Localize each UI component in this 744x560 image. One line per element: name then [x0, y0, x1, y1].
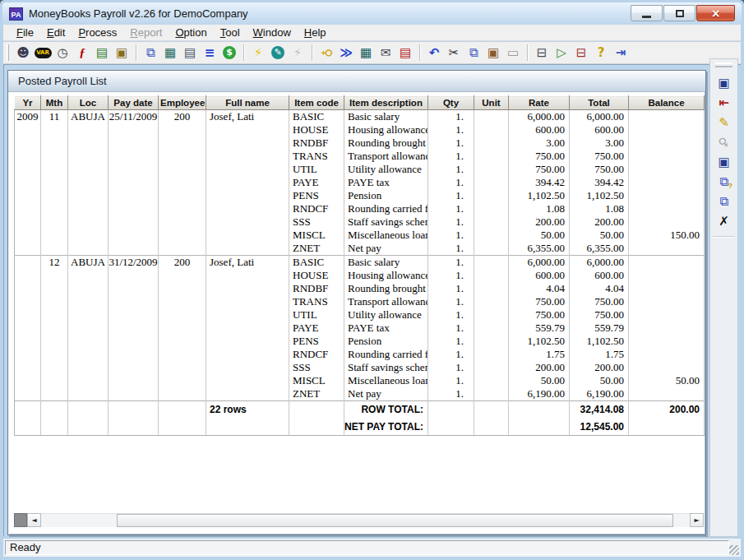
column-header-unit[interactable]: Unit — [474, 96, 509, 110]
mdi-workspace: Posted Payroll List YrMthLocPay dateEmpl… — [3, 64, 741, 536]
menu-report[interactable]: Report — [123, 25, 169, 40]
toolbar-separator — [136, 44, 136, 61]
payroll-row[interactable]: ZNETNet pay1.6,355.006,355.00 — [15, 242, 705, 256]
save-icon[interactable]: ▣ — [713, 153, 735, 172]
payroll-row[interactable]: PAYEPAYE tax1.394.42394.42 — [15, 176, 705, 189]
horizontal-scrollbar[interactable]: ◄ ► — [14, 513, 704, 527]
maximize-button[interactable] — [663, 5, 695, 21]
close-button[interactable]: × — [696, 5, 735, 21]
payroll-row[interactable]: MISCLMiscellaneous loan1.50.0050.0050.00 — [15, 374, 705, 387]
payroll-row[interactable]: UTILUtility allowance1.750.00750.00 — [15, 163, 705, 176]
column-header-balance[interactable]: Balance — [629, 96, 705, 110]
archive-icon[interactable]: ▣ — [112, 43, 132, 62]
minimize-button[interactable] — [631, 5, 663, 21]
exit-icon[interactable]: ⇥ — [611, 43, 631, 62]
column-header-loc[interactable]: Loc — [68, 96, 109, 110]
column-header-rate[interactable]: Rate — [509, 96, 570, 110]
payroll-row[interactable]: ZNETNet pay1.6,190.006,190.00 — [15, 387, 705, 401]
payroll-row[interactable]: 12ABUJA31/12/2009200Josef, LatiBASICBasi… — [15, 256, 705, 270]
column-header-item-code[interactable]: Item code — [289, 96, 344, 110]
resize-grip-icon[interactable] — [729, 545, 739, 555]
payroll-row[interactable]: HOUSEHousing allowance1.600.00600.00 — [15, 269, 705, 282]
doc-help-icon[interactable]: ⧉? — [713, 173, 735, 192]
key-icon[interactable]: ♀ — [317, 43, 336, 62]
paste-icon[interactable]: ▣ — [483, 43, 503, 62]
payroll-row[interactable]: SSSStaff savings scheme1.200.00200.00 — [15, 215, 705, 229]
payroll-row[interactable]: MISCLMiscellaneous loan1.50.0050.00150.0… — [15, 229, 705, 242]
column-header-total[interactable]: Total — [570, 96, 629, 110]
payroll-row[interactable]: SSSStaff savings scheme1.200.00200.00 — [15, 361, 705, 374]
compute-icon[interactable]: ✎ — [268, 43, 288, 62]
payroll-row[interactable]: PENSPension1.1,102.501,102.50 — [15, 189, 705, 202]
undo-icon[interactable]: ↶ — [424, 43, 444, 62]
payroll-row[interactable]: UTILUtility allowance1.750.00750.00 — [15, 308, 705, 322]
scroll-right-button[interactable]: ► — [690, 513, 704, 527]
payroll-row[interactable]: HOUSEHousing allowance1.600.00600.00 — [15, 123, 705, 137]
column-header-employee[interactable]: Employee — [159, 96, 206, 110]
cut-icon[interactable]: ✂ — [444, 43, 464, 62]
payroll-row[interactable]: RNDBFRounding brought forw1.4.044.04 — [15, 282, 705, 295]
menu-tool[interactable]: Tool — [214, 25, 247, 40]
right-toolbar: ▣⇤✎♀▣⧉?⧉✗ — [709, 58, 738, 537]
var-icon[interactable]: VAR — [33, 43, 53, 62]
payroll-row[interactable]: PAYEPAYE tax1.559.79559.79 — [15, 322, 705, 335]
register-icon[interactable]: ▤ — [180, 43, 200, 62]
insert-record-icon[interactable]: ⇤ — [713, 94, 735, 113]
employee-icon[interactable]: ☻ — [13, 43, 33, 62]
lines-icon[interactable]: ≡ — [200, 43, 220, 62]
payroll-row[interactable]: 200911ABUJA25/11/2009200Josef, LatiBASIC… — [15, 110, 705, 124]
column-header-yr[interactable]: Yr — [15, 96, 41, 110]
row-total-row: 22 rowsROW TOTAL:32,414.08200.00 — [15, 401, 705, 419]
envelope-icon[interactable]: ✉ — [376, 43, 395, 62]
ledger-icon[interactable]: ▤ — [92, 43, 112, 62]
search-icon[interactable]: ♀ — [713, 133, 735, 152]
menu-window[interactable]: Window — [247, 25, 298, 40]
clock-icon[interactable]: ◷ — [53, 43, 72, 62]
print-setup-icon[interactable]: ⊟ — [571, 43, 591, 62]
delete-icon[interactable]: ✗ — [713, 212, 735, 231]
menu-edit[interactable]: Edit — [40, 25, 72, 40]
print-preview-icon[interactable]: ▷ — [552, 43, 571, 62]
copy-icon[interactable]: ⧉ — [464, 43, 483, 62]
column-header-mth[interactable]: Mth — [41, 96, 68, 110]
column-header-item-description[interactable]: Item description — [344, 96, 428, 110]
payroll-row[interactable]: TRANSTransport allowance1.750.00750.00 — [15, 150, 705, 163]
payroll-row[interactable]: RNDBFRounding brought forw1.3.003.00 — [15, 137, 705, 150]
payroll-grid[interactable]: YrMthLocPay dateEmployeeFull nameItem co… — [14, 95, 705, 436]
column-header-qty[interactable]: Qty — [428, 96, 474, 110]
help-icon[interactable]: ? — [591, 43, 611, 62]
copy-pages-icon[interactable]: ⧉ — [141, 43, 160, 62]
function-icon[interactable]: ƒ — [72, 43, 92, 62]
maximize-icon — [676, 10, 684, 17]
menu-option[interactable]: Option — [169, 25, 213, 40]
print-icon[interactable]: ⊟ — [532, 43, 552, 62]
right-toolbar-grip[interactable] — [715, 62, 732, 67]
menu-file[interactable]: File — [10, 25, 40, 40]
column-header-full-name[interactable]: Full name — [206, 96, 289, 110]
payroll-row[interactable]: RNDCFRounding carried forw1.1.081.08 — [15, 202, 705, 215]
payroll-row[interactable]: RNDCFRounding carried forw1.1.751.75 — [15, 348, 705, 361]
payroll-row[interactable]: TRANSTransport allowance1.750.00750.00 — [15, 295, 705, 308]
moneybag-icon[interactable]: $ — [220, 43, 239, 62]
scrollbar-track[interactable] — [41, 513, 690, 527]
edit-pencil-icon[interactable]: ✎ — [713, 113, 735, 132]
scroll-left-button[interactable]: ◄ — [27, 513, 41, 527]
menu-help[interactable]: Help — [298, 25, 333, 40]
eraser-icon[interactable]: ▭ — [503, 43, 523, 62]
building-icon[interactable]: ▦ — [160, 43, 180, 62]
copy-record-icon[interactable]: ⧉ — [713, 192, 735, 211]
scrollbar-thumb[interactable] — [117, 514, 673, 527]
run-icon[interactable]: ⚡ — [248, 43, 268, 62]
status-text: Ready — [5, 540, 729, 555]
run-disabled-icon[interactable]: ⚡ — [288, 43, 307, 62]
menu-process[interactable]: Process — [72, 25, 123, 40]
batch-icon[interactable]: ≫ — [336, 43, 356, 62]
export-save-icon[interactable]: ▣ — [713, 74, 735, 93]
calculator-icon[interactable]: ▦ — [356, 43, 376, 62]
scrollbar-corner-box[interactable] — [14, 513, 27, 527]
panel-caption[interactable]: Posted Payroll List — [8, 71, 705, 92]
payroll-row[interactable]: PENSPension1.1,102.501,102.50 — [15, 335, 705, 348]
column-header-pay-date[interactable]: Pay date — [109, 96, 159, 110]
report-grid-icon[interactable]: ▤ — [395, 43, 415, 62]
title-bar[interactable]: PA MoneyBooks Payroll v2.26 for DemoComp… — [2, 2, 742, 25]
